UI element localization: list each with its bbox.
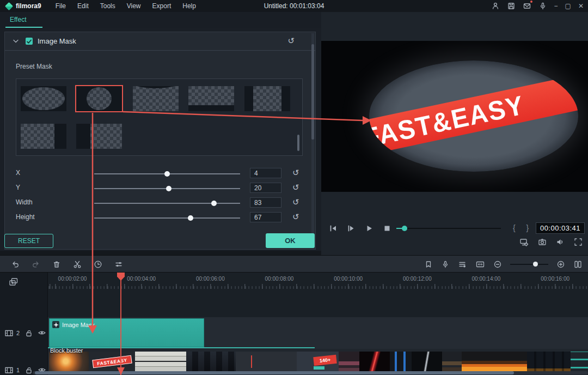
feedback-mail[interactable] xyxy=(523,2,531,10)
timeline-ruler[interactable]: 00:00:02:0000:00:04:0000:00:06:0000:00:0… xyxy=(48,276,588,282)
mail-icon[interactable] xyxy=(523,2,531,10)
slider-track[interactable] xyxy=(94,203,240,204)
video-thumbnail-explosion[interactable] xyxy=(49,352,89,372)
tab-effect[interactable]: Effect xyxy=(10,16,26,23)
panel-scrollbar[interactable] xyxy=(311,44,314,140)
delete-icon[interactable] xyxy=(52,260,61,269)
video-thumbnail-laser[interactable] xyxy=(359,352,390,372)
reset-y-icon[interactable]: ↺ xyxy=(292,183,299,191)
toggle-visibility-eye-icon[interactable] xyxy=(38,329,46,336)
record-voiceover-icon[interactable] xyxy=(441,260,450,269)
reset-width-icon[interactable]: ↺ xyxy=(292,198,299,206)
split-scissors-icon[interactable] xyxy=(73,260,82,269)
display-settings-icon[interactable] xyxy=(519,238,529,246)
video-thumbnail-frames[interactable] xyxy=(186,352,236,372)
current-timecode[interactable]: 00:00:03:41 xyxy=(536,222,585,234)
maximize-button[interactable]: ▢ xyxy=(565,0,571,12)
video-thumbnail-dark[interactable] xyxy=(236,352,297,372)
menu-help[interactable]: Help xyxy=(182,2,196,10)
snapshot-camera-icon[interactable] xyxy=(538,238,547,246)
seek-slider[interactable] xyxy=(396,228,501,229)
audio-mixer-icon[interactable] xyxy=(458,260,467,269)
slider-track[interactable] xyxy=(94,217,240,219)
image-mask-clip[interactable]: Image Mask xyxy=(49,318,204,347)
video-thumbnail-140[interactable]: 140+ xyxy=(297,352,339,372)
mask-preset-bottom-band[interactable] xyxy=(188,86,234,111)
menu-file[interactable]: File xyxy=(56,2,66,10)
zoom-slider-handle[interactable] xyxy=(533,262,538,267)
slider-handle[interactable] xyxy=(166,186,171,191)
speed-clock-icon[interactable] xyxy=(94,260,102,269)
reset-effect-icon[interactable]: ↺ xyxy=(287,37,295,45)
slider-track[interactable] xyxy=(94,188,240,189)
mask-preset-vertical-band[interactable] xyxy=(244,86,290,111)
seek-handle[interactable] xyxy=(402,226,407,231)
reset-height-icon[interactable]: ↺ xyxy=(292,213,299,221)
video-thumbnail-pink-grid[interactable] xyxy=(339,352,359,372)
reset-x-icon[interactable]: ↺ xyxy=(292,168,299,177)
mark-in-out-brackets[interactable]: { } xyxy=(513,223,533,232)
volume-icon[interactable] xyxy=(556,238,565,246)
slider-track[interactable] xyxy=(94,173,240,174)
timeline-zoom-slider[interactable] xyxy=(510,262,548,267)
menu-view[interactable]: View xyxy=(127,2,141,10)
video-thumbnail-panels[interactable] xyxy=(527,352,571,372)
mask-preset-left-panel[interactable] xyxy=(21,124,66,149)
save-icon[interactable] xyxy=(507,2,516,10)
menu-tools[interactable]: Tools xyxy=(100,2,115,10)
previous-frame-icon[interactable] xyxy=(329,224,338,233)
image-mask-header: Image Mask ↺ xyxy=(5,32,315,51)
ruler-ticks-minor xyxy=(48,286,588,289)
slider-row-height: Height ↺ xyxy=(5,211,315,223)
reset-button[interactable]: RESET xyxy=(4,234,53,248)
menu-edit[interactable]: Edit xyxy=(77,2,89,10)
x-value-input[interactable] xyxy=(250,168,281,178)
chevron-down-icon[interactable] xyxy=(13,39,19,44)
mask-preset-right-panel[interactable] xyxy=(76,124,122,149)
account-icon[interactable] xyxy=(491,2,500,10)
redo-icon[interactable] xyxy=(32,260,40,269)
panel-layout-toggle-icon[interactable] xyxy=(573,260,583,269)
video-thumbnail-light-streak[interactable] xyxy=(412,352,442,372)
video-thumbnail-small-grid[interactable] xyxy=(442,352,462,372)
stop-icon[interactable] xyxy=(383,224,391,233)
slider-handle[interactable] xyxy=(188,215,193,221)
width-value-input[interactable] xyxy=(250,197,281,208)
y-value-input[interactable] xyxy=(250,183,281,193)
zoom-in-icon[interactable] xyxy=(556,260,565,269)
mask-preset-curved-top[interactable] xyxy=(133,86,179,111)
filmora-app-window: filmora9 File Edit Tools View Export Hel… xyxy=(0,0,588,375)
next-frame-icon[interactable] xyxy=(347,224,356,233)
marker-icon[interactable] xyxy=(424,260,433,269)
video-thumbnail-flames[interactable] xyxy=(462,352,527,372)
video-thumbnail-blue-grid[interactable] xyxy=(390,352,412,372)
add-track-icon[interactable] xyxy=(9,277,19,287)
video-preview[interactable]: FAST&EASY xyxy=(321,41,588,192)
preset-scrollbar[interactable] xyxy=(297,135,299,151)
microphone-icon[interactable] xyxy=(538,2,547,10)
video-thumbnail-timeline[interactable] xyxy=(571,352,588,372)
fit-timeline-icon[interactable] xyxy=(475,260,485,269)
lock-track-icon[interactable] xyxy=(24,366,33,374)
play-icon[interactable] xyxy=(365,224,373,233)
track-number: 1 xyxy=(16,367,20,373)
ok-button[interactable]: OK xyxy=(266,233,315,248)
undo-icon[interactable] xyxy=(11,260,20,269)
image-mask-checkbox[interactable] xyxy=(26,38,33,45)
minimize-button[interactable]: − xyxy=(554,0,558,12)
close-button[interactable]: ✕ xyxy=(578,0,584,12)
video-thumbnail-fast-easy[interactable]: FAST&EASY xyxy=(89,352,135,372)
zoom-out-icon[interactable] xyxy=(493,260,502,269)
video-thumbnail-grid[interactable] xyxy=(135,352,186,372)
advanced-adjust-icon[interactable] xyxy=(114,260,123,269)
slider-handle[interactable] xyxy=(164,171,170,177)
slider-handle[interactable] xyxy=(211,201,217,206)
height-value-input[interactable] xyxy=(250,212,281,222)
mask-preset-circle-selected[interactable] xyxy=(76,86,122,111)
horizontal-scrollbar[interactable] xyxy=(35,371,514,374)
checkerboard xyxy=(22,87,64,110)
mask-preset-ellipse[interactable] xyxy=(21,86,66,111)
lock-track-icon[interactable] xyxy=(24,329,33,337)
fullscreen-icon[interactable] xyxy=(574,238,583,246)
menu-export[interactable]: Export xyxy=(152,2,171,10)
